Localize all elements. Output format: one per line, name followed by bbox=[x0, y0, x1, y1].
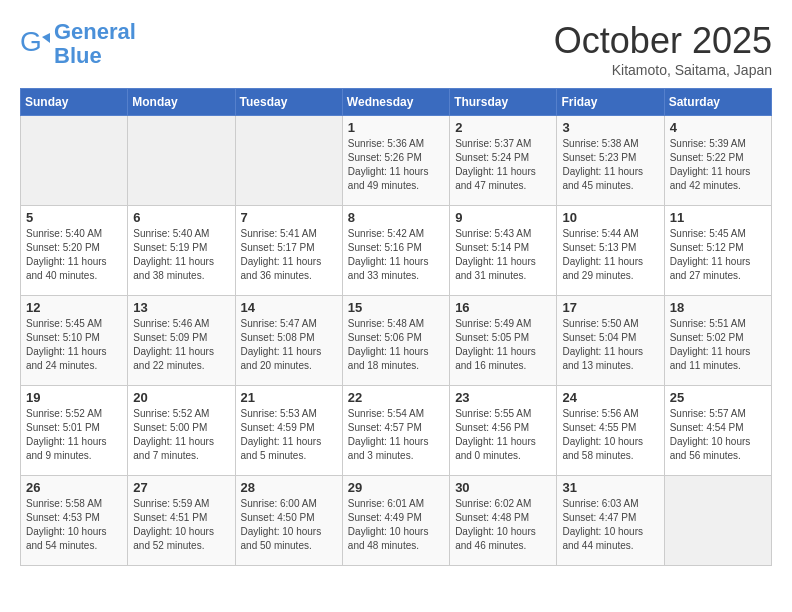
calendar-cell: 17Sunrise: 5:50 AM Sunset: 5:04 PM Dayli… bbox=[557, 296, 664, 386]
weekday-header-friday: Friday bbox=[557, 89, 664, 116]
day-number: 11 bbox=[670, 210, 766, 225]
logo-line2: Blue bbox=[54, 43, 102, 68]
cell-content: Sunrise: 5:45 AM Sunset: 5:10 PM Dayligh… bbox=[26, 317, 122, 373]
calendar-cell: 7Sunrise: 5:41 AM Sunset: 5:17 PM Daylig… bbox=[235, 206, 342, 296]
calendar-cell: 2Sunrise: 5:37 AM Sunset: 5:24 PM Daylig… bbox=[450, 116, 557, 206]
day-number: 13 bbox=[133, 300, 229, 315]
cell-content: Sunrise: 5:43 AM Sunset: 5:14 PM Dayligh… bbox=[455, 227, 551, 283]
calendar-cell: 15Sunrise: 5:48 AM Sunset: 5:06 PM Dayli… bbox=[342, 296, 449, 386]
calendar-cell: 1Sunrise: 5:36 AM Sunset: 5:26 PM Daylig… bbox=[342, 116, 449, 206]
calendar-cell: 9Sunrise: 5:43 AM Sunset: 5:14 PM Daylig… bbox=[450, 206, 557, 296]
calendar-cell: 25Sunrise: 5:57 AM Sunset: 4:54 PM Dayli… bbox=[664, 386, 771, 476]
calendar-cell bbox=[128, 116, 235, 206]
calendar-cell: 29Sunrise: 6:01 AM Sunset: 4:49 PM Dayli… bbox=[342, 476, 449, 566]
logo: G General Blue bbox=[20, 20, 136, 68]
calendar-cell: 6Sunrise: 5:40 AM Sunset: 5:19 PM Daylig… bbox=[128, 206, 235, 296]
day-number: 27 bbox=[133, 480, 229, 495]
day-number: 31 bbox=[562, 480, 658, 495]
calendar-week-row: 1Sunrise: 5:36 AM Sunset: 5:26 PM Daylig… bbox=[21, 116, 772, 206]
logo-text: General Blue bbox=[54, 20, 136, 68]
cell-content: Sunrise: 5:47 AM Sunset: 5:08 PM Dayligh… bbox=[241, 317, 337, 373]
day-number: 29 bbox=[348, 480, 444, 495]
calendar-cell: 20Sunrise: 5:52 AM Sunset: 5:00 PM Dayli… bbox=[128, 386, 235, 476]
day-number: 22 bbox=[348, 390, 444, 405]
cell-content: Sunrise: 5:37 AM Sunset: 5:24 PM Dayligh… bbox=[455, 137, 551, 193]
calendar-cell: 19Sunrise: 5:52 AM Sunset: 5:01 PM Dayli… bbox=[21, 386, 128, 476]
calendar-week-row: 5Sunrise: 5:40 AM Sunset: 5:20 PM Daylig… bbox=[21, 206, 772, 296]
day-number: 9 bbox=[455, 210, 551, 225]
cell-content: Sunrise: 6:01 AM Sunset: 4:49 PM Dayligh… bbox=[348, 497, 444, 553]
day-number: 6 bbox=[133, 210, 229, 225]
calendar-cell: 23Sunrise: 5:55 AM Sunset: 4:56 PM Dayli… bbox=[450, 386, 557, 476]
calendar-cell: 3Sunrise: 5:38 AM Sunset: 5:23 PM Daylig… bbox=[557, 116, 664, 206]
cell-content: Sunrise: 5:52 AM Sunset: 5:01 PM Dayligh… bbox=[26, 407, 122, 463]
weekday-header-thursday: Thursday bbox=[450, 89, 557, 116]
day-number: 4 bbox=[670, 120, 766, 135]
cell-content: Sunrise: 5:58 AM Sunset: 4:53 PM Dayligh… bbox=[26, 497, 122, 553]
day-number: 12 bbox=[26, 300, 122, 315]
day-number: 17 bbox=[562, 300, 658, 315]
weekday-header-saturday: Saturday bbox=[664, 89, 771, 116]
calendar-cell: 10Sunrise: 5:44 AM Sunset: 5:13 PM Dayli… bbox=[557, 206, 664, 296]
calendar-week-row: 26Sunrise: 5:58 AM Sunset: 4:53 PM Dayli… bbox=[21, 476, 772, 566]
calendar-cell: 28Sunrise: 6:00 AM Sunset: 4:50 PM Dayli… bbox=[235, 476, 342, 566]
day-number: 28 bbox=[241, 480, 337, 495]
day-number: 7 bbox=[241, 210, 337, 225]
day-number: 21 bbox=[241, 390, 337, 405]
calendar-week-row: 12Sunrise: 5:45 AM Sunset: 5:10 PM Dayli… bbox=[21, 296, 772, 386]
cell-content: Sunrise: 5:48 AM Sunset: 5:06 PM Dayligh… bbox=[348, 317, 444, 373]
month-title: October 2025 bbox=[554, 20, 772, 62]
calendar-cell: 12Sunrise: 5:45 AM Sunset: 5:10 PM Dayli… bbox=[21, 296, 128, 386]
day-number: 26 bbox=[26, 480, 122, 495]
day-number: 10 bbox=[562, 210, 658, 225]
cell-content: Sunrise: 6:03 AM Sunset: 4:47 PM Dayligh… bbox=[562, 497, 658, 553]
cell-content: Sunrise: 5:51 AM Sunset: 5:02 PM Dayligh… bbox=[670, 317, 766, 373]
calendar-cell: 5Sunrise: 5:40 AM Sunset: 5:20 PM Daylig… bbox=[21, 206, 128, 296]
calendar-cell bbox=[664, 476, 771, 566]
day-number: 15 bbox=[348, 300, 444, 315]
weekday-header-monday: Monday bbox=[128, 89, 235, 116]
cell-content: Sunrise: 5:49 AM Sunset: 5:05 PM Dayligh… bbox=[455, 317, 551, 373]
cell-content: Sunrise: 5:38 AM Sunset: 5:23 PM Dayligh… bbox=[562, 137, 658, 193]
cell-content: Sunrise: 5:45 AM Sunset: 5:12 PM Dayligh… bbox=[670, 227, 766, 283]
day-number: 24 bbox=[562, 390, 658, 405]
cell-content: Sunrise: 5:56 AM Sunset: 4:55 PM Dayligh… bbox=[562, 407, 658, 463]
calendar-cell: 14Sunrise: 5:47 AM Sunset: 5:08 PM Dayli… bbox=[235, 296, 342, 386]
day-number: 23 bbox=[455, 390, 551, 405]
location-subtitle: Kitamoto, Saitama, Japan bbox=[554, 62, 772, 78]
calendar-cell: 31Sunrise: 6:03 AM Sunset: 4:47 PM Dayli… bbox=[557, 476, 664, 566]
day-number: 14 bbox=[241, 300, 337, 315]
logo-line1: General bbox=[54, 19, 136, 44]
calendar-cell: 16Sunrise: 5:49 AM Sunset: 5:05 PM Dayli… bbox=[450, 296, 557, 386]
calendar-week-row: 19Sunrise: 5:52 AM Sunset: 5:01 PM Dayli… bbox=[21, 386, 772, 476]
cell-content: Sunrise: 5:59 AM Sunset: 4:51 PM Dayligh… bbox=[133, 497, 229, 553]
cell-content: Sunrise: 5:40 AM Sunset: 5:20 PM Dayligh… bbox=[26, 227, 122, 283]
cell-content: Sunrise: 5:53 AM Sunset: 4:59 PM Dayligh… bbox=[241, 407, 337, 463]
page-header: G General Blue October 2025 Kitamoto, Sa… bbox=[20, 20, 772, 78]
calendar-cell: 27Sunrise: 5:59 AM Sunset: 4:51 PM Dayli… bbox=[128, 476, 235, 566]
logo-icon: G bbox=[20, 29, 50, 59]
calendar-cell: 18Sunrise: 5:51 AM Sunset: 5:02 PM Dayli… bbox=[664, 296, 771, 386]
cell-content: Sunrise: 5:42 AM Sunset: 5:16 PM Dayligh… bbox=[348, 227, 444, 283]
calendar-cell: 11Sunrise: 5:45 AM Sunset: 5:12 PM Dayli… bbox=[664, 206, 771, 296]
day-number: 1 bbox=[348, 120, 444, 135]
title-block: October 2025 Kitamoto, Saitama, Japan bbox=[554, 20, 772, 78]
day-number: 20 bbox=[133, 390, 229, 405]
day-number: 30 bbox=[455, 480, 551, 495]
calendar-cell: 8Sunrise: 5:42 AM Sunset: 5:16 PM Daylig… bbox=[342, 206, 449, 296]
weekday-header-tuesday: Tuesday bbox=[235, 89, 342, 116]
cell-content: Sunrise: 5:40 AM Sunset: 5:19 PM Dayligh… bbox=[133, 227, 229, 283]
calendar-cell: 13Sunrise: 5:46 AM Sunset: 5:09 PM Dayli… bbox=[128, 296, 235, 386]
cell-content: Sunrise: 5:39 AM Sunset: 5:22 PM Dayligh… bbox=[670, 137, 766, 193]
cell-content: Sunrise: 5:44 AM Sunset: 5:13 PM Dayligh… bbox=[562, 227, 658, 283]
cell-content: Sunrise: 5:54 AM Sunset: 4:57 PM Dayligh… bbox=[348, 407, 444, 463]
weekday-header-sunday: Sunday bbox=[21, 89, 128, 116]
calendar-cell bbox=[21, 116, 128, 206]
calendar-cell: 4Sunrise: 5:39 AM Sunset: 5:22 PM Daylig… bbox=[664, 116, 771, 206]
svg-text:G: G bbox=[20, 29, 42, 57]
cell-content: Sunrise: 6:00 AM Sunset: 4:50 PM Dayligh… bbox=[241, 497, 337, 553]
day-number: 2 bbox=[455, 120, 551, 135]
calendar-cell bbox=[235, 116, 342, 206]
calendar-cell: 24Sunrise: 5:56 AM Sunset: 4:55 PM Dayli… bbox=[557, 386, 664, 476]
day-number: 5 bbox=[26, 210, 122, 225]
